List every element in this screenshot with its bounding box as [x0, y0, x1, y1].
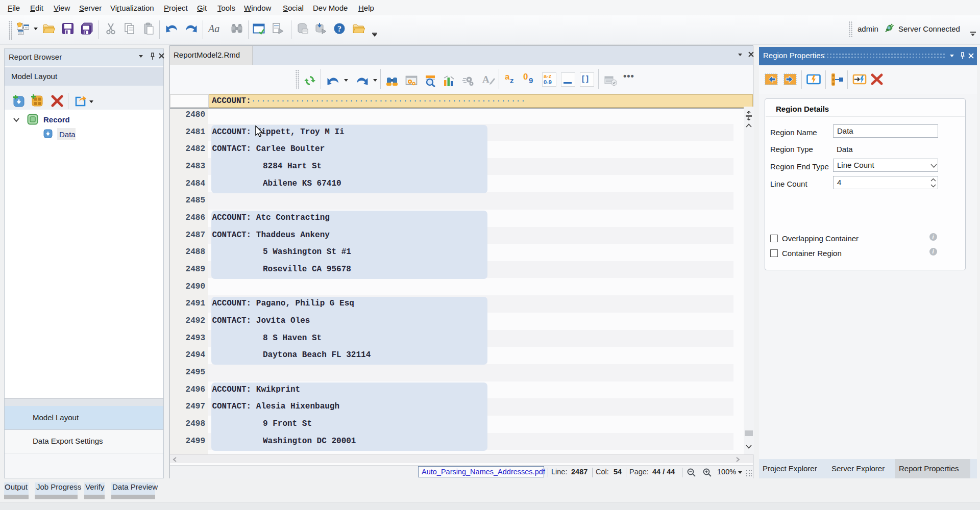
svg-text:?: ?: [337, 24, 341, 33]
